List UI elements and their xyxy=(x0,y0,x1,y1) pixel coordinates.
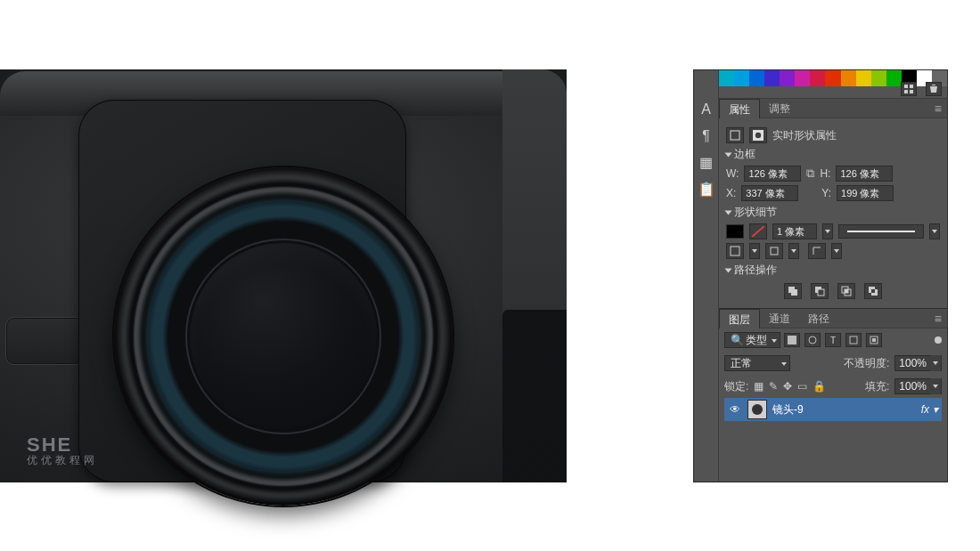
swatch-color[interactable] xyxy=(749,70,764,86)
swatch-color[interactable] xyxy=(795,70,810,86)
svg-rect-11 xyxy=(791,289,797,296)
lock-transparent-icon[interactable]: ▦ xyxy=(754,380,764,393)
stroke-width-input[interactable] xyxy=(772,223,817,239)
layer-row-selected[interactable]: 👁 镜头-9 fx▾ xyxy=(724,398,942,421)
tab-layers[interactable]: 图层 xyxy=(719,309,760,328)
character-panel-icon[interactable]: A xyxy=(701,102,711,117)
disclosure-icon xyxy=(725,210,732,215)
swatch-color[interactable] xyxy=(871,70,886,86)
layer-filter-type-label: 类型 xyxy=(746,334,767,346)
panel-menu-icon[interactable]: ≡ xyxy=(935,312,942,326)
filter-smart-icon[interactable] xyxy=(866,333,882,347)
disclosure-icon xyxy=(725,152,732,157)
filter-toggle[interactable] xyxy=(935,336,942,344)
fill-value: 100% xyxy=(895,380,930,393)
stroke-width-dropdown[interactable] xyxy=(822,223,833,239)
visibility-eye-icon[interactable]: 👁 xyxy=(728,403,742,416)
properties-subtitle: 实时形状属性 xyxy=(772,128,837,143)
svg-point-6 xyxy=(755,133,761,138)
layer-thumbnail[interactable] xyxy=(747,400,767,419)
stroke-style-caret[interactable] xyxy=(929,223,940,239)
lock-pixels-icon[interactable]: ✎ xyxy=(769,380,778,393)
trash-icon[interactable] xyxy=(926,82,942,96)
panel-menu-icon[interactable]: ≡ xyxy=(935,101,942,116)
tab-channels[interactable]: 通道 xyxy=(760,309,799,328)
camera-leather-grip xyxy=(502,310,567,482)
svg-rect-1 xyxy=(910,85,913,88)
width-input[interactable] xyxy=(744,166,801,182)
section-shape-details[interactable]: 形状细节 xyxy=(726,205,940,220)
filter-type-icon[interactable]: T xyxy=(825,333,841,347)
stroke-align-dropdown[interactable] xyxy=(726,243,744,259)
swatch-color[interactable] xyxy=(825,70,840,86)
section-bounding-box[interactable]: 边框 xyxy=(726,147,940,162)
stroke-corners-caret[interactable] xyxy=(831,243,842,259)
stroke-align-caret[interactable] xyxy=(749,243,760,259)
x-input[interactable] xyxy=(741,185,798,201)
svg-rect-2 xyxy=(904,90,908,93)
swatch-color[interactable] xyxy=(764,70,780,86)
svg-rect-20 xyxy=(788,336,796,344)
fill-input[interactable]: 100% xyxy=(894,378,942,394)
collapsed-panel-bar: A ¶ ▦ 📋 xyxy=(694,70,719,482)
swatch-color[interactable] xyxy=(734,70,749,86)
shape-liveshape-icon xyxy=(726,127,744,143)
opacity-input[interactable]: 100% xyxy=(894,355,942,371)
panels-dock: A ¶ ▦ 📋 属性 调整 ≡ xyxy=(693,69,948,482)
y-input[interactable] xyxy=(837,185,894,201)
svg-rect-24 xyxy=(872,338,876,342)
notes-panel-icon[interactable]: 📋 xyxy=(698,182,715,197)
tab-properties[interactable]: 属性 xyxy=(719,99,760,118)
path-intersect-icon[interactable] xyxy=(837,283,855,299)
h-label: H: xyxy=(820,167,830,180)
path-exclude-icon[interactable] xyxy=(864,283,882,299)
swatches-grid-icon[interactable] xyxy=(901,82,917,96)
layer-fx-badge[interactable]: fx▾ xyxy=(921,403,938,416)
svg-rect-16 xyxy=(845,289,848,293)
filter-pixel-icon[interactable] xyxy=(784,333,800,347)
stroke-color-swatch[interactable] xyxy=(749,223,767,239)
filter-adjust-icon[interactable] xyxy=(804,333,821,347)
lock-artboard-icon[interactable]: ▭ xyxy=(797,380,807,393)
blend-mode-dropdown[interactable]: 正常 xyxy=(724,355,790,371)
stroke-style-dropdown[interactable] xyxy=(838,224,924,239)
link-wh-icon[interactable]: ⧉ xyxy=(806,166,814,181)
layer-filter-type-dropdown[interactable]: 🔍类型 xyxy=(724,332,780,348)
y-label: Y: xyxy=(821,187,831,199)
stroke-caps-caret[interactable] xyxy=(788,243,799,259)
svg-rect-9 xyxy=(771,247,778,255)
tab-adjustments[interactable]: 调整 xyxy=(760,99,799,118)
swatch-color[interactable] xyxy=(856,70,871,86)
swatch-color[interactable] xyxy=(719,70,734,86)
watermark-line2: 优优教程网 xyxy=(27,453,98,468)
svg-rect-8 xyxy=(731,247,739,255)
swatch-color[interactable] xyxy=(810,70,825,86)
swatches-panel-icon[interactable]: ▦ xyxy=(699,156,713,170)
stroke-caps-dropdown[interactable] xyxy=(765,243,783,259)
section-shape-label: 形状细节 xyxy=(734,205,777,220)
watermark: SHE 优优教程网 xyxy=(27,434,98,468)
svg-line-7 xyxy=(752,226,764,237)
filter-shape-icon[interactable] xyxy=(845,333,862,347)
stroke-corners-dropdown[interactable] xyxy=(808,243,826,259)
section-bounding-label: 边框 xyxy=(734,147,755,162)
layer-name[interactable]: 镜头-9 xyxy=(772,402,804,417)
path-combine-icon[interactable] xyxy=(784,283,802,299)
swatch-color[interactable] xyxy=(841,70,856,86)
lock-position-icon[interactable]: ✥ xyxy=(783,380,792,393)
disclosure-icon xyxy=(725,268,732,272)
w-label: W: xyxy=(726,167,739,180)
layers-panel: 图层 通道 路径 ≡ 🔍类型 T xyxy=(719,308,947,482)
height-input[interactable] xyxy=(836,166,893,182)
swatch-color[interactable] xyxy=(780,70,795,86)
properties-panel: 属性 调整 ≡ 实时形状属性 边框 xyxy=(719,99,947,308)
section-path-ops[interactable]: 路径操作 xyxy=(726,263,940,278)
opacity-value: 100% xyxy=(895,357,930,369)
fill-color-swatch[interactable] xyxy=(726,224,744,239)
lock-all-icon[interactable]: 🔒 xyxy=(813,380,826,393)
paragraph-panel-icon[interactable]: ¶ xyxy=(702,129,710,143)
svg-point-21 xyxy=(809,336,816,344)
path-subtract-icon[interactable] xyxy=(811,283,829,299)
swatch-color[interactable] xyxy=(886,70,902,86)
tab-paths[interactable]: 路径 xyxy=(799,309,838,328)
